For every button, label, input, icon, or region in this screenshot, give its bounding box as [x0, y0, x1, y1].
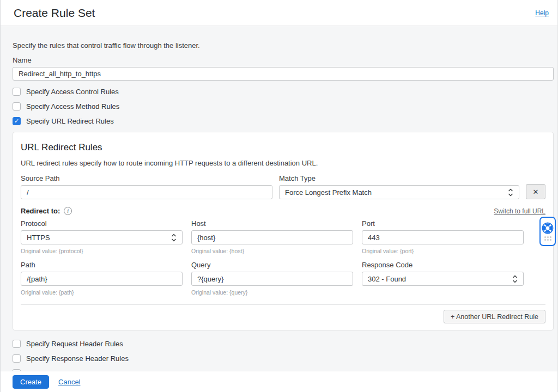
source-path-label: Source Path — [21, 174, 272, 182]
top-rule-toggles: Specify Access Control Rules Specify Acc… — [13, 88, 554, 125]
host-input[interactable] — [191, 230, 353, 244]
redirect-fields-row-2: Path Original value: {path} Query Origin… — [21, 258, 524, 296]
create-rule-set-panel: Create Rule Set Help Specify the rules t… — [0, 0, 558, 392]
add-url-redirect-rule-button[interactable]: + Another URL Redirect Rule — [444, 310, 545, 323]
source-path-field: Source Path — [21, 174, 272, 199]
checkbox-response-header-rules[interactable]: Specify Response Header Rules — [13, 354, 129, 363]
info-icon[interactable]: i — [64, 207, 72, 215]
name-label: Name — [13, 56, 554, 64]
checkbox-access-method-rules[interactable]: Specify Access Method Rules — [13, 102, 119, 111]
host-field: Host Original value: {host} — [191, 216, 353, 254]
checkbox-access-control-rules[interactable]: Specify Access Control Rules — [13, 88, 119, 96]
url-redirect-rules-panel: URL Redirect Rules URL redirect rules sp… — [13, 132, 554, 330]
source-match-row: Source Path Match Type Force Longest Pre… — [21, 174, 545, 199]
intro-text: Specify the rules that control traffic f… — [13, 41, 554, 50]
checkbox-unchecked-icon[interactable] — [13, 340, 21, 348]
checkbox-unchecked-icon[interactable] — [13, 102, 21, 111]
help-link[interactable]: Help — [535, 9, 549, 17]
page-title: Create Rule Set — [14, 7, 95, 20]
checkbox-unchecked-icon[interactable] — [13, 354, 21, 363]
port-input[interactable] — [362, 230, 524, 244]
panel-header: Create Rule Set Help — [1, 0, 557, 26]
panel-divider — [21, 304, 545, 305]
port-helper-text: Original value: {port} — [362, 248, 524, 254]
query-label: Query — [191, 261, 353, 269]
checkbox-label: Specify Request Header Rules — [26, 340, 123, 348]
redirect-fields-row-1: Protocol HTTPS Original value: {protocol… — [21, 216, 524, 254]
select-stepper-icon — [171, 234, 177, 242]
lifebuoy-icon — [542, 222, 554, 234]
checkbox-label: Specify URL Redirect Rules — [26, 117, 114, 125]
add-rule-row: + Another URL Redirect Rule — [21, 310, 545, 323]
host-label: Host — [191, 219, 353, 228]
checkbox-request-header-rules[interactable]: Specify Request Header Rules — [13, 340, 123, 348]
checkbox-unchecked-icon[interactable] — [13, 88, 21, 96]
checkbox-label: Specify Access Control Rules — [26, 88, 119, 96]
redirect-to-label: Redirect to: — [21, 207, 60, 215]
protocol-select[interactable]: HTTPS — [21, 230, 183, 244]
remove-rule-button[interactable]: ✕ — [526, 184, 545, 199]
support-chat-widget[interactable] — [539, 217, 556, 246]
source-path-input[interactable] — [21, 185, 272, 199]
protocol-value: HTTPS — [27, 234, 50, 242]
port-label: Port — [362, 219, 524, 228]
host-helper-text: Original value: {host} — [191, 248, 353, 254]
close-icon: ✕ — [533, 188, 539, 196]
name-input[interactable] — [13, 67, 554, 81]
form-body: Specify the rules that control traffic f… — [1, 41, 557, 377]
response-code-label: Response Code — [362, 261, 524, 269]
path-field: Path Original value: {path} — [21, 258, 183, 296]
checkbox-label: Specify Response Header Rules — [26, 354, 129, 363]
create-button[interactable]: Create — [13, 375, 49, 389]
cancel-link[interactable]: Cancel — [58, 378, 80, 386]
match-type-value: Force Longest Prefix Match — [285, 188, 372, 197]
checkbox-checked-icon[interactable]: ✓ — [13, 117, 21, 125]
switch-to-full-url-link[interactable]: Switch to full URL — [494, 207, 545, 215]
response-code-helper-spacer — [362, 289, 524, 296]
path-helper-text: Original value: {path} — [21, 289, 183, 296]
path-label: Path — [21, 261, 183, 269]
response-code-field: Response Code 302 - Found — [362, 258, 524, 296]
checkbox-url-redirect-rules[interactable]: ✓ Specify URL Redirect Rules — [13, 117, 114, 125]
response-code-select[interactable]: 302 - Found — [362, 272, 524, 286]
query-field: Query Original value: {query} — [191, 258, 353, 296]
select-stepper-icon — [512, 275, 518, 283]
match-type-select[interactable]: Force Longest Prefix Match — [279, 185, 519, 199]
path-input[interactable] — [21, 272, 183, 286]
query-input[interactable] — [191, 272, 353, 286]
redirect-to-heading: Redirect to: i — [21, 207, 72, 215]
redirect-to-row: Redirect to: i Switch to full URL — [21, 207, 545, 215]
protocol-field: Protocol HTTPS Original value: {protocol… — [21, 216, 183, 254]
panel-title: URL Redirect Rules — [21, 142, 545, 153]
protocol-label: Protocol — [21, 219, 183, 228]
match-type-label: Match Type — [279, 174, 519, 182]
drag-handle-icon[interactable] — [544, 236, 551, 241]
protocol-helper-text: Original value: {protocol} — [21, 248, 183, 254]
select-stepper-icon — [508, 188, 513, 197]
match-type-field: Match Type Force Longest Prefix Match — [279, 174, 519, 199]
response-code-value: 302 - Found — [368, 275, 406, 283]
panel-footer: Create Cancel — [1, 371, 557, 392]
query-helper-text: Original value: {query} — [191, 289, 353, 296]
panel-description: URL redirect rules specify how to route … — [21, 159, 545, 167]
port-field: Port Original value: {port} — [362, 216, 524, 254]
checkbox-label: Specify Access Method Rules — [26, 102, 119, 111]
